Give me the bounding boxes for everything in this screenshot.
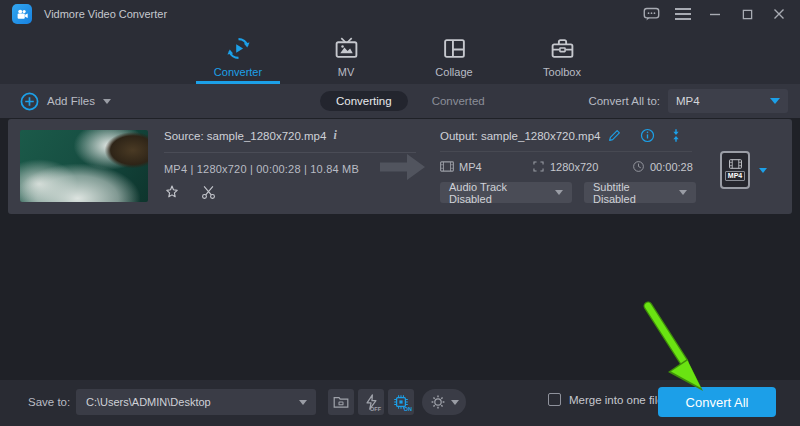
output-duration: 00:00:28 [650, 161, 693, 173]
file-row[interactable]: Source: sample_1280x720.mp4 i MP4 | 1280… [8, 119, 792, 214]
badge-format-label: MP4 [725, 171, 745, 181]
video-thumbnail[interactable] [20, 130, 148, 202]
add-files-label: Add Files [47, 95, 95, 107]
audio-track-dropdown[interactable]: Audio Track Disabled [440, 182, 572, 203]
source-to-output-arrow-icon [380, 153, 426, 181]
output-resolution: 1280x720 [550, 161, 598, 173]
settings-button[interactable] [422, 389, 466, 415]
add-files-button[interactable]: Add Files [20, 92, 111, 111]
output-divider [440, 151, 692, 152]
titlebar: Vidmore Video Converter [0, 0, 800, 28]
merge-label: Merge into one file [569, 394, 664, 406]
tab-toolbox-label: Toolbox [543, 66, 581, 78]
source-filename: Source: sample_1280x720.mp4 [164, 130, 326, 142]
film-icon [729, 159, 742, 169]
output-format: MP4 [459, 161, 482, 173]
output-filename: Output: sample_1280x720.mp4 [440, 130, 600, 142]
converter-icon [226, 35, 251, 61]
film-icon [440, 161, 454, 172]
save-path-caret-icon [299, 400, 307, 405]
subtitle-dropdown[interactable]: Subtitle Disabled [584, 182, 696, 203]
subtitle-value: Subtitle Disabled [593, 181, 669, 205]
bottombar: Save to: OFF ON Merge into one file Conv… [0, 380, 800, 426]
subtitle-dropdown-caret-icon [679, 190, 687, 195]
info-circle-icon[interactable] [640, 128, 655, 143]
toolbox-icon [550, 35, 575, 61]
merge-option[interactable]: Merge into one file [548, 393, 664, 406]
badge-caret-icon[interactable] [759, 168, 767, 173]
minimize-icon[interactable] [706, 5, 724, 23]
tab-converted[interactable]: Converted [432, 95, 485, 107]
feedback-icon[interactable] [642, 5, 660, 23]
window-title: Vidmore Video Converter [44, 8, 167, 20]
format-select-caret-icon [770, 98, 780, 104]
pencil-edit-icon[interactable] [607, 128, 622, 143]
tab-converter-label: Converter [214, 66, 262, 78]
format-select[interactable]: MP4 [668, 89, 788, 113]
high-speed-button[interactable]: OFF [358, 389, 384, 415]
scissors-cut-icon[interactable] [200, 184, 217, 200]
audio-dropdown-caret-icon [555, 190, 563, 195]
tab-collage-label: Collage [435, 66, 472, 78]
maximize-icon[interactable] [738, 5, 756, 23]
high-speed-state: OFF [370, 406, 381, 412]
open-folder-icon [333, 395, 349, 409]
resolution-icon [532, 160, 545, 173]
merge-checkbox[interactable] [548, 393, 561, 406]
format-select-value: MP4 [676, 95, 700, 107]
plus-circle-icon [20, 92, 39, 111]
open-folder-button[interactable] [328, 389, 354, 415]
tab-collage[interactable]: Collage [414, 28, 494, 84]
source-divider [164, 152, 416, 153]
convert-all-button[interactable]: Convert All [658, 387, 776, 417]
convert-all-to-label: Convert All to: [588, 95, 660, 107]
hw-accel-state: ON [404, 406, 412, 412]
settings-caret-icon [451, 400, 459, 405]
save-path-input[interactable] [76, 396, 299, 408]
gear-settings-icon [430, 394, 446, 410]
tab-mv[interactable]: MV [306, 28, 386, 84]
add-files-caret-icon [103, 99, 111, 104]
save-path-select[interactable] [76, 389, 316, 415]
compress-icon[interactable] [669, 128, 683, 143]
app-logo-icon [12, 4, 32, 24]
menu-icon[interactable] [674, 5, 692, 23]
mv-icon [334, 35, 359, 61]
main-nav: Converter MV Collage [0, 28, 800, 84]
save-to-label: Save to: [28, 396, 70, 408]
tab-converter[interactable]: Converter [198, 28, 278, 84]
toolbar: Add Files Converting Converted Convert A… [0, 84, 800, 118]
audio-track-value: Audio Track Disabled [449, 181, 545, 205]
tab-converting[interactable]: Converting [320, 91, 408, 111]
clock-icon [632, 160, 645, 173]
close-icon[interactable] [770, 5, 788, 23]
info-icon[interactable]: i [333, 128, 336, 143]
magic-wand-edit-icon[interactable] [164, 184, 180, 200]
collage-icon [442, 35, 467, 61]
tab-mv-label: MV [338, 66, 355, 78]
hardware-acceleration-button[interactable]: ON [388, 389, 414, 415]
tab-toolbox[interactable]: Toolbox [522, 28, 602, 84]
output-format-badge[interactable]: MP4 [720, 151, 750, 189]
